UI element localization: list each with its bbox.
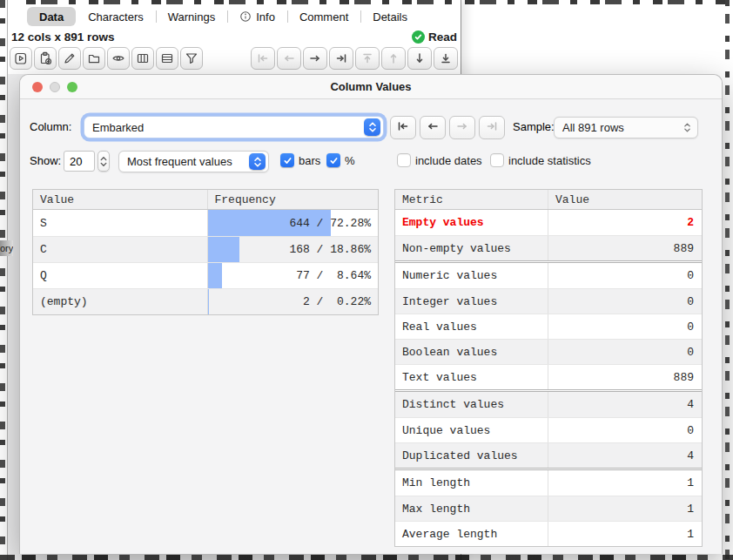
go-bottom-icon (439, 51, 453, 65)
go-bottom-button[interactable] (434, 47, 458, 70)
metric-table-header: Metric Value (395, 190, 702, 210)
value-column-header: Value (33, 190, 208, 209)
row-view-button[interactable] (156, 47, 178, 70)
metric-row: Unique values 0 (395, 417, 702, 442)
column-combobox[interactable]: Embarked (84, 116, 384, 138)
go-next-button[interactable] (303, 47, 327, 70)
go-previous-button[interactable] (277, 47, 301, 70)
go-down-button[interactable] (407, 47, 432, 70)
rows-icon (160, 51, 174, 65)
bars-checkbox-label: bars (299, 154, 320, 167)
filter-icon (185, 51, 198, 65)
metric-row: Boolean values 0 (395, 339, 702, 364)
value-frequency-table: Value Frequency S 644 / 72.28% C 168 / 1… (32, 189, 379, 315)
tab-comment[interactable]: Comment (287, 7, 360, 26)
open-folder-button[interactable] (83, 47, 105, 70)
filter-button[interactable] (180, 47, 203, 70)
go-next-icon (308, 51, 322, 65)
include-statistics-label: include statistics (508, 154, 591, 167)
checkbox-unchecked-icon (397, 153, 411, 167)
traffic-lights (32, 82, 77, 92)
value-row[interactable]: C 168 / 18.86% (33, 236, 378, 262)
metric-group-empties: Empty values 2 Non-empty values 889 (395, 210, 702, 260)
order-select-value: Most frequent values (127, 155, 249, 168)
status-line: 12 cols x 891 rows Read (11, 29, 457, 44)
frequency-bar (208, 263, 223, 288)
checkbox-checked-icon (280, 153, 294, 167)
chevron-up-down-icon (249, 153, 266, 170)
last-column-button[interactable] (479, 116, 505, 139)
order-select[interactable]: Most frequent values (118, 151, 269, 172)
edit-button[interactable] (58, 47, 81, 70)
value-row[interactable]: Q 77 / 8.64% (33, 262, 378, 288)
go-first-button[interactable] (251, 47, 275, 70)
sample-label: Sample: (513, 120, 555, 133)
paste-button[interactable] (34, 47, 57, 70)
metric-table: Metric Value Empty values 2 Non-empty va… (394, 189, 703, 547)
screen: ory Data Characters Warnings Info Commen… (0, 0, 733, 560)
value-table-header: Value Frequency (33, 190, 378, 210)
sample-select[interactable]: All 891 rows (554, 117, 698, 138)
column-values-dialog: Column Values Column: Embarked Sample: A… (19, 74, 723, 554)
go-last-icon (334, 51, 348, 65)
checkbox-unchecked-icon (490, 153, 504, 167)
zoom-button[interactable] (67, 82, 77, 92)
read-label: Read (428, 30, 457, 44)
go-up-icon (387, 51, 400, 65)
tab-data[interactable]: Data (27, 7, 76, 26)
show-count-input[interactable] (64, 151, 95, 172)
tab-info[interactable]: Info (227, 7, 287, 26)
metric-row: Non-empty values 889 (395, 235, 702, 260)
clipped-background-text-left (0, 0, 5, 550)
metric-row: Max length 1 (395, 496, 702, 521)
metric-row: Duplicated values 4 (395, 442, 702, 468)
show-count-stepper[interactable] (98, 151, 110, 172)
clipped-background-text-right (725, 0, 730, 560)
percent-checkbox[interactable]: % (326, 153, 355, 167)
metric-row: Distinct values 4 (395, 392, 702, 417)
go-previous-icon (426, 119, 440, 137)
metric-group-types: Numeric values 0 Integer values 0 Real v… (395, 260, 702, 389)
tab-bar: Data Characters Warnings Info Comment De… (27, 6, 425, 27)
close-button[interactable] (32, 82, 43, 92)
tab-warnings[interactable]: Warnings (156, 7, 227, 26)
metric-row: Empty values 2 (395, 210, 702, 235)
metric-row: Integer values 0 (395, 288, 702, 314)
metric-row: Min length 1 (395, 470, 702, 496)
go-top-icon (360, 51, 374, 65)
include-statistics-checkbox[interactable]: include statistics (490, 153, 591, 167)
edit-icon (63, 51, 77, 65)
eye-icon (111, 51, 125, 65)
go-first-icon (256, 51, 270, 65)
previous-column-button[interactable] (420, 116, 446, 139)
first-column-button[interactable] (390, 116, 416, 139)
tab-characters[interactable]: Characters (76, 7, 156, 26)
read-check-icon (412, 30, 425, 44)
metric-column-header: Metric (395, 190, 548, 209)
tab-details[interactable]: Details (360, 7, 420, 26)
value-row[interactable]: S 644 / 72.28% (33, 210, 378, 236)
go-last-icon (485, 119, 499, 137)
chevron-up-down-icon (680, 122, 694, 133)
background-text-fragment: ory (0, 240, 13, 256)
run-button[interactable] (10, 47, 32, 70)
metric-row: Average length 1 (395, 521, 702, 546)
include-dates-label: include dates (415, 154, 482, 167)
frequency-bar (208, 237, 240, 262)
column-combobox-value: Embarked (92, 121, 364, 134)
go-last-button[interactable] (329, 47, 353, 70)
checkbox-checked-icon (326, 153, 340, 167)
include-dates-checkbox[interactable]: include dates (397, 153, 482, 167)
minimize-button[interactable] (50, 82, 60, 92)
bars-checkbox[interactable]: bars (280, 153, 320, 167)
next-column-button[interactable] (449, 116, 475, 139)
column-view-button[interactable] (131, 47, 154, 70)
chevron-up-down-icon (364, 118, 380, 136)
go-first-icon (396, 119, 410, 137)
go-up-button[interactable] (381, 47, 406, 70)
go-previous-icon (282, 51, 296, 65)
value-row[interactable]: (empty) 2 / 0.22% (33, 288, 378, 314)
go-top-button[interactable] (355, 47, 380, 70)
preview-button[interactable] (107, 47, 130, 70)
percent-checkbox-label: % (345, 154, 355, 167)
